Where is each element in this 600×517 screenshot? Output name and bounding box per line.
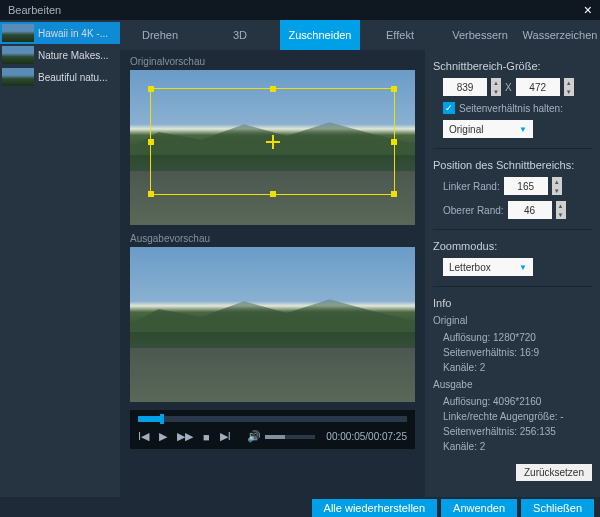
- tab-3d[interactable]: 3D: [200, 20, 280, 50]
- volume-control[interactable]: 🔊: [247, 430, 315, 443]
- clip-thumb: [2, 24, 34, 42]
- left-margin-input[interactable]: [504, 177, 548, 195]
- clip-label: Nature Makes...: [38, 50, 109, 61]
- clip-thumb: [2, 68, 34, 86]
- settings-panel: Schnittbereich-Größe: ▲▼ X ▲▼ ✓ Seitenve…: [425, 50, 600, 497]
- chevron-down-icon: ▼: [519, 263, 527, 272]
- crop-handle[interactable]: [391, 191, 397, 197]
- seek-thumb[interactable]: [160, 414, 164, 424]
- info-line: Auflösung: 4096*2160: [433, 396, 592, 407]
- output-preview-label: Ausgabevorschau: [130, 233, 415, 244]
- top-margin-label: Oberer Rand:: [443, 205, 504, 216]
- output-preview: [130, 247, 415, 402]
- preview-column: Originalvorschau Ausgabe: [120, 50, 425, 497]
- playback-controls: I◀ ▶ ▶▶ ■ ▶I 🔊 00:00:05/00:07:25: [130, 410, 415, 449]
- close-button[interactable]: Schließen: [521, 499, 594, 517]
- info-line: Kanäle: 2: [433, 441, 592, 452]
- tab-rotate[interactable]: Drehen: [120, 20, 200, 50]
- tab-bar: Drehen 3D Zuschneiden Effekt Verbessern …: [120, 20, 600, 50]
- clip-label: Hawaii in 4K -...: [38, 28, 108, 39]
- top-spinner[interactable]: ▲▼: [556, 201, 566, 219]
- keep-ratio-checkbox[interactable]: ✓: [443, 102, 455, 114]
- info-title: Info: [433, 297, 592, 309]
- clip-item[interactable]: Beautiful natu...: [0, 66, 120, 88]
- left-spinner[interactable]: ▲▼: [552, 177, 562, 195]
- clip-list: Hawaii in 4K -... Nature Makes... Beauti…: [0, 20, 120, 497]
- crop-handle[interactable]: [148, 139, 154, 145]
- original-preview-label: Originalvorschau: [130, 56, 415, 67]
- clip-item[interactable]: Nature Makes...: [0, 44, 120, 66]
- info-line: Auflösung: 1280*720: [433, 332, 592, 343]
- crop-handle[interactable]: [391, 86, 397, 92]
- volume-icon[interactable]: 🔊: [247, 430, 261, 443]
- tab-effect[interactable]: Effekt: [360, 20, 440, 50]
- zoom-title: Zoommodus:: [433, 240, 592, 252]
- height-spinner[interactable]: ▲▼: [564, 78, 574, 96]
- clip-item[interactable]: Hawaii in 4K -...: [0, 22, 120, 44]
- left-margin-label: Linker Rand:: [443, 181, 500, 192]
- main: Hawaii in 4K -... Nature Makes... Beauti…: [0, 20, 600, 497]
- ff-icon[interactable]: ▶▶: [177, 430, 193, 443]
- play-icon[interactable]: ▶: [159, 430, 167, 443]
- info-line: Kanäle: 2: [433, 362, 592, 373]
- info-output-head: Ausgabe: [433, 379, 592, 390]
- crop-width-input[interactable]: [443, 78, 487, 96]
- workspace: Originalvorschau Ausgabe: [120, 50, 600, 497]
- crop-size-title: Schnittbereich-Größe:: [433, 60, 592, 72]
- content: Drehen 3D Zuschneiden Effekt Verbessern …: [120, 20, 600, 497]
- prev-icon[interactable]: I◀: [138, 430, 149, 443]
- time-display: 00:00:05/00:07:25: [326, 431, 407, 442]
- top-margin-input[interactable]: [508, 201, 552, 219]
- seek-bar[interactable]: [138, 416, 407, 422]
- clip-thumb: [2, 46, 34, 64]
- crop-handle[interactable]: [270, 191, 276, 197]
- clip-label: Beautiful natu...: [38, 72, 108, 83]
- crop-handle[interactable]: [148, 86, 154, 92]
- apply-button[interactable]: Anwenden: [441, 499, 517, 517]
- titlebar: Bearbeiten ×: [0, 0, 600, 20]
- width-spinner[interactable]: ▲▼: [491, 78, 501, 96]
- reset-button[interactable]: Zurücksetzen: [516, 464, 592, 481]
- window-title: Bearbeiten: [8, 4, 61, 16]
- size-separator: X: [505, 82, 512, 93]
- volume-slider[interactable]: [265, 435, 315, 439]
- zoom-select[interactable]: Letterbox ▼: [443, 258, 533, 276]
- info-original-head: Original: [433, 315, 592, 326]
- crop-height-input[interactable]: [516, 78, 560, 96]
- info-line: Linke/rechte Augengröße: -: [433, 411, 592, 422]
- crop-handle[interactable]: [391, 139, 397, 145]
- keep-ratio-label: Seitenverhältnis halten:: [459, 103, 563, 114]
- crop-handle[interactable]: [148, 191, 154, 197]
- position-title: Position des Schnittbereichs:: [433, 159, 592, 171]
- info-line: Seitenverhältnis: 16:9: [433, 347, 592, 358]
- stop-icon[interactable]: ■: [203, 431, 210, 443]
- info-line: Seitenverhältnis: 256:135: [433, 426, 592, 437]
- tab-enhance[interactable]: Verbessern: [440, 20, 520, 50]
- tab-watermark[interactable]: Wasserzeichen: [520, 20, 600, 50]
- chevron-down-icon: ▼: [519, 125, 527, 134]
- restore-all-button[interactable]: Alle wiederherstellen: [312, 499, 438, 517]
- crop-handle[interactable]: [270, 86, 276, 92]
- tab-crop[interactable]: Zuschneiden: [280, 20, 360, 50]
- original-preview[interactable]: [130, 70, 415, 225]
- crop-center-icon: [266, 135, 280, 149]
- next-icon[interactable]: ▶I: [220, 430, 231, 443]
- close-icon[interactable]: ×: [584, 2, 592, 18]
- footer: Alle wiederherstellen Anwenden Schließen: [0, 497, 600, 517]
- ratio-select[interactable]: Original ▼: [443, 120, 533, 138]
- crop-rectangle[interactable]: [150, 88, 395, 195]
